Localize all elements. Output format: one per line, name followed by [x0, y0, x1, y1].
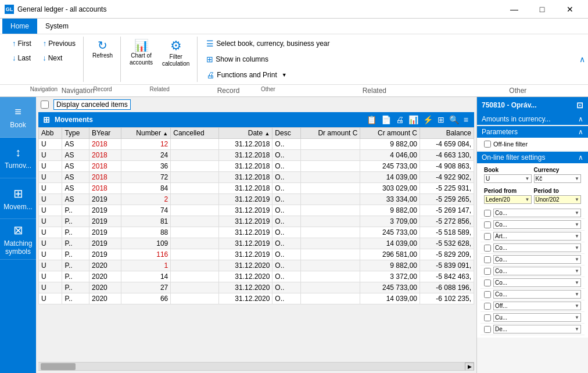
scrollbar-thumb[interactable] [41, 363, 76, 370]
col-header-balance[interactable]: Balance [420, 128, 474, 139]
select-book-button[interactable]: ☰ Select book, currency, business year [202, 37, 334, 51]
filter-checkbox-co7[interactable] [484, 291, 491, 298]
last-button[interactable]: ↓ Last [8, 51, 35, 64]
table-cell: O.. [273, 260, 300, 271]
display-cancelled-label[interactable]: Display canceled items [53, 99, 131, 110]
table-row[interactable]: UAS20181231.12.2018O..9 882,00-4 659 084… [39, 139, 474, 150]
table-row[interactable]: UP..20201431.12.2020O..3 372,00-5 842 46… [39, 271, 474, 282]
filter-checkbox-de[interactable] [484, 326, 491, 333]
table-row[interactable]: UP..20198831.12.2019O..245 733,00-5 518 … [39, 227, 474, 238]
table-row[interactable]: UP..201910931.12.2019O..14 039,00-5 532 … [39, 238, 474, 249]
display-cancelled-checkbox[interactable] [41, 101, 49, 109]
maximize-button[interactable]: □ [529, 0, 555, 19]
sidebar-turnover-label: Turnov... [5, 162, 31, 170]
tool-export-btn[interactable]: 📄 [380, 114, 392, 125]
col-header-number[interactable]: Number ▲ [121, 128, 171, 139]
right-panel-scroll[interactable]: Amounts in currency... ∧ Parameters ∧ Of… [477, 113, 588, 373]
filter-checkbox-off[interactable] [484, 303, 491, 310]
table-row[interactable]: UAS20188431.12.2018O..303 029,00-5 225 9… [39, 183, 474, 194]
previous-button[interactable]: ↑ Previous [39, 37, 80, 50]
table-cell: O.. [273, 216, 300, 227]
filter-select-de[interactable]: De...▼ [493, 325, 581, 333]
minimize-button[interactable]: — [501, 0, 528, 19]
filter-checkbox-cu[interactable] [484, 314, 491, 321]
tool-more-btn[interactable]: ≡ [462, 114, 469, 125]
filter-checkbox-co5[interactable] [484, 268, 491, 275]
filter-select-co4[interactable]: Co...▼ [493, 255, 581, 264]
filter-select-co7[interactable]: Co...▼ [493, 290, 581, 299]
show-in-columns-button[interactable]: ⊞ Show in columns [202, 52, 273, 66]
col-header-dr[interactable]: Dr amount C [300, 128, 360, 139]
table-scroll[interactable]: Abb Type BYear Number ▲ Cancelled Date ▲… [38, 127, 474, 362]
tool-columns-btn[interactable]: ⊞ [436, 114, 446, 125]
tool-copy-btn[interactable]: 📋 [365, 114, 378, 125]
sidebar-item-book[interactable]: ≡ Book [0, 97, 36, 138]
filter-calculation-button[interactable]: ⚙ Filtercalculation [158, 37, 193, 70]
filter-items-container: Co...▼Co...▼Art...▼Co...▼Co...▼Co...▼Co.… [481, 207, 585, 335]
book-select[interactable]: U ▼ [484, 174, 532, 183]
filter-checkbox-co6[interactable] [484, 279, 491, 286]
col-header-date[interactable]: Date ▲ [219, 128, 273, 139]
filter-select-co1[interactable]: Co...▼ [493, 209, 581, 217]
col-header-byear[interactable]: BYear [89, 128, 121, 139]
first-button[interactable]: ↑ First [8, 37, 35, 50]
panel-external-icon[interactable]: ⊡ [576, 101, 583, 110]
period-from-select[interactable]: Leden/20 ▼ [484, 195, 532, 204]
filter-checkbox-co4[interactable] [484, 256, 491, 263]
tool-print-btn[interactable]: 🖨 [395, 114, 405, 125]
tool-filter-btn[interactable]: ⚡ [422, 114, 434, 125]
filter-select-art[interactable]: Art...▼ [493, 232, 581, 241]
filter-select-arrow-icon: ▼ [575, 245, 579, 250]
table-cell [300, 172, 360, 183]
table-row[interactable]: UAS20183631.12.2018O..245 733,00-4 908 8… [39, 161, 474, 172]
table-row[interactable]: UP..20198131.12.2019O..3 709,00-5 272 85… [39, 216, 474, 227]
horizontal-scrollbar[interactable]: ▶ [38, 362, 474, 370]
sidebar-item-movements[interactable]: ⊞ Movem... [0, 178, 36, 219]
filter-checkbox-co3[interactable] [484, 245, 491, 252]
table-cell: -4 922 902, [420, 172, 474, 183]
tab-home[interactable]: Home [2, 19, 37, 34]
next-button[interactable]: ↓ Next [38, 51, 66, 64]
sidebar-item-matching[interactable]: ⊠ Matching symbols [0, 219, 36, 260]
tool-chart-btn[interactable]: 📊 [407, 114, 420, 125]
period-to-select[interactable]: Únor/202 ▼ [534, 195, 582, 204]
filter-select-off[interactable]: Off...▼ [493, 302, 581, 310]
functions-print-button[interactable]: 🖨 Functions and Print ▼ [202, 68, 291, 82]
table-cell: 2018 [89, 172, 121, 183]
table-row[interactable]: UP..20197431.12.2019O..9 882,00-5 269 14… [39, 205, 474, 216]
refresh-button[interactable]: ↻ Refresh [88, 37, 117, 62]
chart-of-accounts-button[interactable]: 📊 Chart ofaccounts [126, 37, 157, 69]
ribbon-collapse-button[interactable]: ∧ [576, 34, 588, 84]
currency-select[interactable]: Kč ▼ [534, 174, 582, 183]
table-row[interactable]: UP..2020131.12.2020O..9 882,00-5 839 091… [39, 260, 474, 271]
col-header-desc[interactable]: Desc [273, 128, 300, 139]
filter-select-co3[interactable]: Co...▼ [493, 243, 581, 252]
table-header-row: ⊞ Movements 📋 📄 🖨 📊 ⚡ ⊞ 🔍 ≡ [38, 112, 474, 127]
tool-search-btn[interactable]: 🔍 [448, 114, 460, 125]
online-filter-section-header[interactable]: On-line filter settings ∧ [477, 152, 588, 163]
close-button[interactable]: ✕ [557, 0, 583, 19]
table-row[interactable]: UAS2019231.12.2019O..33 334,00-5 259 265… [39, 194, 474, 205]
col-header-type[interactable]: Type [62, 128, 89, 139]
tab-system[interactable]: System [37, 19, 77, 34]
table-row[interactable]: UP..20202731.12.2020O..245 733,00-6 088 … [39, 282, 474, 293]
col-header-cancelled[interactable]: Cancelled [171, 128, 219, 139]
filter-checkbox-co1[interactable] [484, 210, 491, 217]
amounts-section[interactable]: Amounts in currency... ∧ [477, 113, 588, 125]
offline-filter-checkbox[interactable] [484, 141, 491, 148]
table-row[interactable]: UAS20187231.12.2018O..14 039,00-4 922 90… [39, 172, 474, 183]
filter-checkbox-art[interactable] [484, 233, 491, 240]
col-header-cr[interactable]: Cr amount C [360, 128, 420, 139]
filter-select-co6[interactable]: Co...▼ [493, 278, 581, 287]
sidebar-item-turnover[interactable]: ↕ Turnov... [0, 138, 36, 178]
table-row[interactable]: UAS20182431.12.2018O..4 046,00-4 663 130… [39, 150, 474, 161]
filter-select-co2[interactable]: Co...▼ [493, 220, 581, 229]
parameters-section-header[interactable]: Parameters ∧ [477, 126, 588, 138]
col-header-abb[interactable]: Abb [39, 128, 62, 139]
scroll-right-btn[interactable]: ▶ [465, 363, 474, 371]
filter-select-cu[interactable]: Cu...▼ [493, 313, 581, 322]
table-row[interactable]: UP..20206631.12.2020O..14 039,00-6 102 2… [39, 293, 474, 304]
table-row[interactable]: UP..201911631.12.2019O..296 581,00-5 829… [39, 249, 474, 260]
filter-checkbox-co2[interactable] [484, 221, 491, 228]
filter-select-co5[interactable]: Co...▼ [493, 267, 581, 275]
